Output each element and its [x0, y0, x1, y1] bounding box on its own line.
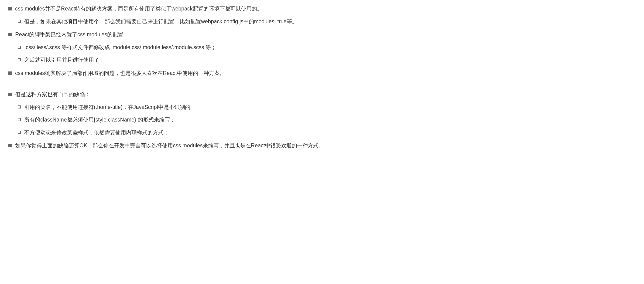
- list-item-text: React的脚手架已经内置了css modules的配置：: [15, 31, 128, 37]
- list-item-text: 如果你觉得上面的缺陷还算OK，那么你在开发中完全可以选择使用css module…: [15, 142, 324, 149]
- list-item-text: 引用的类名，不能使用连接符(.home-title)，在JavaScript中是…: [24, 104, 196, 110]
- list-item-text: 之后就可以引用并且进行使用了；: [24, 57, 104, 63]
- nested-list: .css/.less/.scss 等样式文件都修改成 .module.css/.…: [15, 43, 637, 64]
- list-item: 之后就可以引用并且进行使用了；: [16, 56, 637, 64]
- list-item: 如果你觉得上面的缺陷还算OK，那么你在开发中完全可以选择使用css module…: [7, 142, 637, 150]
- list-item: 所有的className都必须使用{style.className} 的形式来编…: [16, 116, 637, 124]
- list-item-text: .css/.less/.scss 等样式文件都修改成 .module.css/.…: [24, 44, 216, 50]
- bullet-list-bottom: 但是这种方案也有自己的缺陷： 引用的类名，不能使用连接符(.home-title…: [7, 90, 637, 150]
- list-item: 引用的类名，不能使用连接符(.home-title)，在JavaScript中是…: [16, 103, 637, 111]
- list-item: 不方便动态来修改某些样式，依然需要使用内联样式的方式；: [16, 128, 637, 137]
- list-item: React的脚手架已经内置了css modules的配置： .css/.less…: [7, 30, 637, 64]
- nested-list: 引用的类名，不能使用连接符(.home-title)，在JavaScript中是…: [15, 103, 637, 137]
- list-item: 但是这种方案也有自己的缺陷： 引用的类名，不能使用连接符(.home-title…: [7, 90, 637, 136]
- bullet-list-top: css modules并不是React特有的解决方案，而是所有使用了类似于web…: [7, 5, 637, 77]
- list-item: .css/.less/.scss 等样式文件都修改成 .module.css/.…: [16, 43, 637, 51]
- nested-list: 但是，如果在其他项目中使用个，那么我们需要自己来进行配置，比如配置webpack…: [15, 17, 637, 26]
- list-item-text: css modules并不是React特有的解决方案，而是所有使用了类似于web…: [15, 5, 262, 12]
- list-item: css modules并不是React特有的解决方案，而是所有使用了类似于web…: [7, 5, 637, 25]
- list-item-text: 但是，如果在其他项目中使用个，那么我们需要自己来进行配置，比如配置webpack…: [24, 18, 297, 24]
- list-item-text: 不方便动态来修改某些样式，依然需要使用内联样式的方式；: [24, 129, 169, 135]
- list-item: 但是，如果在其他项目中使用个，那么我们需要自己来进行配置，比如配置webpack…: [16, 17, 637, 26]
- list-item-text: 所有的className都必须使用{style.className} 的形式来编…: [24, 117, 175, 123]
- list-item: css modules确实解决了局部作用域的问题，也是很多人喜欢在React中使…: [7, 69, 637, 77]
- list-item-text: css modules确实解决了局部作用域的问题，也是很多人喜欢在React中使…: [15, 70, 225, 76]
- section-spacer: [7, 82, 637, 90]
- list-item-text: 但是这种方案也有自己的缺陷：: [15, 91, 90, 97]
